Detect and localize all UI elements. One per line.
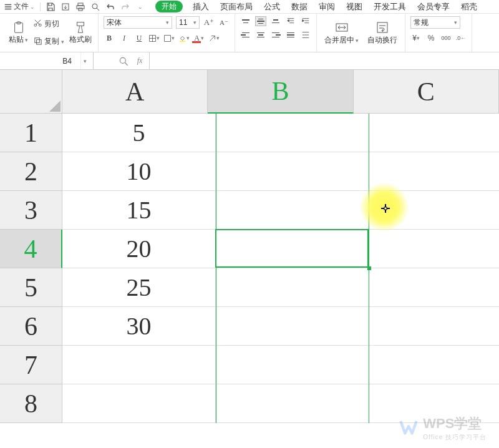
cut-button[interactable]: 剪切 [33,18,64,29]
number-format-select[interactable]: 常规 ▾ [410,16,460,29]
italic-button[interactable]: I [119,32,130,44]
cell-C6[interactable] [369,307,499,346]
cell-C4[interactable] [369,230,499,268]
fill-color-button[interactable]: ▾ [178,32,190,44]
cell-B8[interactable] [216,384,369,423]
decrease-indent-button[interactable] [285,16,296,26]
quick-access-toolbar: ⌄ [42,2,149,12]
row-header-4[interactable]: 4 [0,230,62,268]
cell-B5[interactable] [216,268,369,307]
currency-icon[interactable]: ¥▾ [410,32,422,44]
clear-format-button[interactable]: ▾ [208,32,220,44]
cell-A4[interactable]: 20 [62,230,216,268]
row-header-5[interactable]: 5 [0,268,62,307]
row-header-8[interactable]: 8 [0,384,62,423]
cell-A7[interactable] [62,346,216,384]
column-header-A[interactable]: A [62,70,208,114]
file-menu[interactable]: 文件 ⌄ [2,1,39,12]
increase-indent-button[interactable] [300,16,311,26]
comma-icon[interactable]: 000 [440,32,452,44]
cell-B2[interactable] [216,152,369,191]
underline-button[interactable]: U [133,32,145,44]
font-color-button[interactable]: A▾ [193,32,205,44]
row-header-2[interactable]: 2 [0,152,62,191]
border-button[interactable]: ▾ [148,32,160,44]
select-all-corner[interactable] [0,70,62,114]
tab-docer[interactable]: 稻壳 [460,0,478,14]
align-left-button[interactable] [240,30,251,40]
tab-developer[interactable]: 开发工具 [372,0,407,14]
justify-button[interactable] [285,30,296,40]
merge-center-button[interactable]: 合并居中▾ [322,20,361,46]
align-bottom-button[interactable] [270,16,281,26]
increase-font-icon[interactable]: A⁺ [203,17,215,28]
tab-insert[interactable]: 插入 [191,0,210,14]
cell-C7[interactable] [369,346,499,384]
paste-label: 粘贴 [9,34,24,45]
fill-handle[interactable] [367,266,371,270]
percent-icon[interactable]: % [425,32,437,44]
undo-icon[interactable] [105,2,115,12]
cell-B4[interactable] [216,230,369,268]
tab-view[interactable]: 视图 [345,0,364,14]
align-top-button[interactable] [240,16,251,26]
bold-button[interactable]: B [104,32,115,44]
cell-A2[interactable]: 10 [62,152,216,191]
tab-member[interactable]: 会员专享 [416,0,451,14]
row-header-3[interactable]: 3 [0,191,62,230]
svg-rect-13 [165,35,171,41]
cell-C5[interactable] [369,268,499,307]
cell-style-button[interactable]: ▾ [163,32,175,44]
tab-data[interactable]: 数据 [290,0,309,14]
row-header-1[interactable]: 1 [0,114,62,152]
ribbon-tabs: 开始 插入 页面布局 公式 数据 审阅 视图 开发工具 会员专享 稻壳 [155,0,478,14]
print-preview-icon[interactable] [90,2,100,12]
wrap-text-button[interactable]: 自动换行 [365,20,400,46]
name-box[interactable]: B4 ▾ [0,52,94,69]
tab-formulas[interactable]: 公式 [263,0,281,14]
svg-rect-15 [192,41,201,43]
cell-A6[interactable]: 30 [62,307,216,346]
cell-B7[interactable] [216,346,369,384]
row-header-6[interactable]: 6 [0,307,62,346]
cell-B1[interactable] [216,114,369,152]
copy-button[interactable]: 复制 ▾ [33,36,64,47]
paste-button[interactable]: 粘贴▾ [7,19,29,46]
align-right-button[interactable] [270,30,281,40]
font-name-select[interactable]: 宋体 ▾ [104,16,172,29]
column-header-C[interactable]: C [354,70,499,114]
cell-A5[interactable]: 25 [62,268,216,307]
name-box-dropdown[interactable]: ▾ [80,52,89,69]
cell-C8[interactable] [369,384,499,423]
save-icon[interactable] [46,2,56,12]
tab-review[interactable]: 审阅 [317,0,336,14]
distribute-button[interactable] [300,30,311,40]
font-size-select[interactable]: 11 ▾ [176,16,200,29]
redo-icon[interactable] [120,2,130,12]
align-center-button[interactable] [255,30,266,40]
cell-C1[interactable] [369,114,499,152]
tab-page-layout[interactable]: 页面布局 [219,0,254,14]
svg-rect-19 [384,207,387,210]
tab-home[interactable]: 开始 [155,1,183,12]
print-icon[interactable] [75,2,85,12]
qat-customize-icon[interactable]: ⌄ [135,2,145,12]
fx-icon[interactable]: fx [134,56,145,67]
cells-area[interactable]: 51015202530 [62,114,499,448]
row-header-7[interactable]: 7 [0,346,62,384]
cell-B6[interactable] [216,307,369,346]
increase-decimal-icon[interactable]: .0← [455,32,467,44]
zoom-lens-icon[interactable] [118,56,129,67]
export-icon[interactable] [61,2,70,12]
cell-A3[interactable]: 15 [62,191,216,230]
column-header-B[interactable]: B [208,70,353,114]
decrease-font-icon[interactable]: A⁻ [218,17,230,28]
align-middle-button[interactable] [255,16,266,26]
cell-A1[interactable]: 5 [62,114,216,152]
format-painter-button[interactable]: 格式刷 [68,19,93,46]
font-size-value: 11 [179,18,187,27]
cell-B3[interactable] [216,191,369,230]
formula-input[interactable] [150,52,499,69]
cell-A8[interactable] [62,384,216,423]
font-name-value: 宋体 [107,17,122,28]
